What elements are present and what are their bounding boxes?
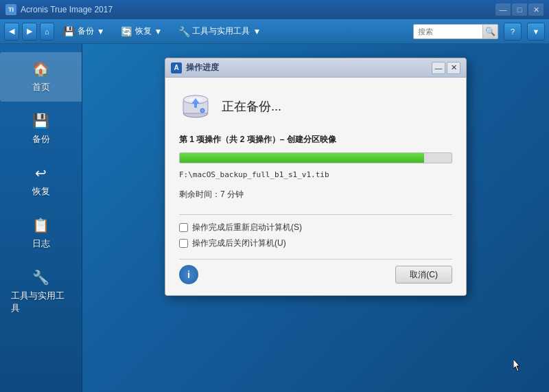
dialog-separator [179, 214, 452, 215]
main-area: 🏠 首页 💾 备份 ↩ 恢复 📋 日志 🔧 工具与实用工具 A [0, 44, 549, 392]
dialog-app-icon: A [171, 62, 182, 73]
menu-tools[interactable]: 🔧 工具与实用工具 ▼ [172, 23, 268, 41]
menu-restore[interactable]: 🔄 恢复 ▼ [115, 23, 170, 41]
window-controls: — □ ✕ [495, 3, 544, 16]
back-button[interactable]: ◀ [4, 23, 19, 41]
app-icon: TI [5, 4, 16, 15]
menu-backup[interactable]: 💾 备份 ▼ [57, 23, 112, 41]
operation-progress-dialog: A 操作进度 — ✕ [165, 58, 467, 296]
dialog-footer: i 取消(C) [179, 259, 452, 284]
sidebar-label-tools: 工具与实用工具 [11, 290, 71, 314]
minimize-button[interactable]: — [495, 3, 511, 16]
restart-label[interactable]: 操作完成后重新启动计算机(S) [192, 222, 302, 233]
title-bar: TI Acronis True Image 2017 — □ ✕ [0, 0, 549, 19]
dialog-title: 操作进度 [186, 62, 432, 73]
sidebar-item-backup[interactable]: 💾 备份 [0, 104, 82, 154]
tools-menu-icon: 🔧 [178, 26, 189, 37]
sidebar-item-home[interactable]: 🏠 首页 [0, 52, 82, 102]
progress-bar-fill [180, 153, 424, 163]
checkbox-group: 操作完成后重新启动计算机(S) 操作完成后关闭计算机(U) [179, 222, 452, 249]
shutdown-checkbox[interactable] [179, 239, 188, 248]
file-path: F:\macOS_backup_full_b1_s1_v1.tib [179, 170, 452, 179]
dialog-close-button[interactable]: ✕ [447, 62, 460, 74]
sidebar: 🏠 首页 💾 备份 ↩ 恢复 📋 日志 🔧 工具与实用工具 [0, 44, 82, 392]
restore-menu-icon: 🔄 [121, 26, 132, 37]
home-icon: 🏠 [32, 60, 49, 77]
restore-sidebar-icon: ↩ [35, 165, 47, 181]
menu-bar: ◀ ▶ ⌂ 💾 备份 ▼ 🔄 恢复 ▼ 🔧 工具与实用工具 ▼ 🔍 ? ▼ [0, 19, 549, 44]
home-nav-button[interactable]: ⌂ [40, 23, 54, 41]
log-sidebar-icon: 📋 [32, 217, 49, 233]
svg-point-4 [200, 108, 205, 113]
search-box[interactable]: 🔍 [413, 24, 498, 39]
dialog-body: 正在备份... 第 1 项操作（共 2 项操作）– 创建分区映像 F:\macO… [165, 78, 466, 295]
sidebar-item-tools[interactable]: 🔧 工具与实用工具 [0, 261, 82, 323]
operation-description: 第 1 项操作（共 2 项操作）– 创建分区映像 [179, 134, 452, 146]
search-button[interactable]: 🔍 [482, 24, 498, 39]
dialog-minimize-button[interactable]: — [432, 62, 445, 74]
dialog-header: 正在备份... [179, 89, 452, 124]
dialog-window-controls: — ✕ [432, 62, 460, 74]
svg-rect-5 [194, 104, 197, 108]
backup-menu-icon: 💾 [64, 26, 75, 37]
progress-bar-container [179, 152, 452, 163]
tools-sidebar-icon: 🔧 [32, 269, 49, 286]
info-icon: i [179, 265, 198, 284]
sidebar-label-backup: 备份 [32, 133, 50, 146]
cancel-button[interactable]: 取消(C) [395, 266, 452, 284]
forward-button[interactable]: ▶ [22, 23, 37, 41]
backup-sidebar-icon: 💾 [32, 113, 49, 129]
checkbox-restart-row: 操作完成后重新启动计算机(S) [179, 222, 452, 233]
search-input[interactable] [414, 27, 482, 36]
window-title: Acronis True Image 2017 [21, 5, 495, 14]
content-area: A 操作进度 — ✕ [82, 44, 549, 392]
close-button[interactable]: ✕ [528, 3, 544, 16]
sidebar-label-log: 日志 [32, 238, 50, 250]
options-button[interactable]: ▼ [527, 23, 545, 41]
backup-icon-area [179, 89, 212, 124]
backup-status: 正在备份... [222, 98, 281, 115]
sidebar-label-home: 首页 [32, 81, 50, 93]
dialog-overlay: A 操作进度 — ✕ [82, 44, 549, 392]
checkbox-shutdown-row: 操作完成后关闭计算机(U) [179, 238, 452, 249]
time-remaining: 剩余时间：7 分钟 [179, 189, 452, 200]
maximize-button[interactable]: □ [512, 3, 527, 16]
help-button[interactable]: ? [504, 23, 522, 41]
dialog-title-bar: A 操作进度 — ✕ [165, 58, 466, 78]
shutdown-label[interactable]: 操作完成后关闭计算机(U) [192, 238, 286, 249]
backup-hdd-icon [179, 89, 212, 122]
restart-checkbox[interactable] [179, 223, 188, 232]
sidebar-label-restore: 恢复 [32, 185, 50, 198]
sidebar-item-restore[interactable]: ↩ 恢复 [0, 157, 82, 206]
sidebar-item-log[interactable]: 📋 日志 [0, 209, 82, 258]
